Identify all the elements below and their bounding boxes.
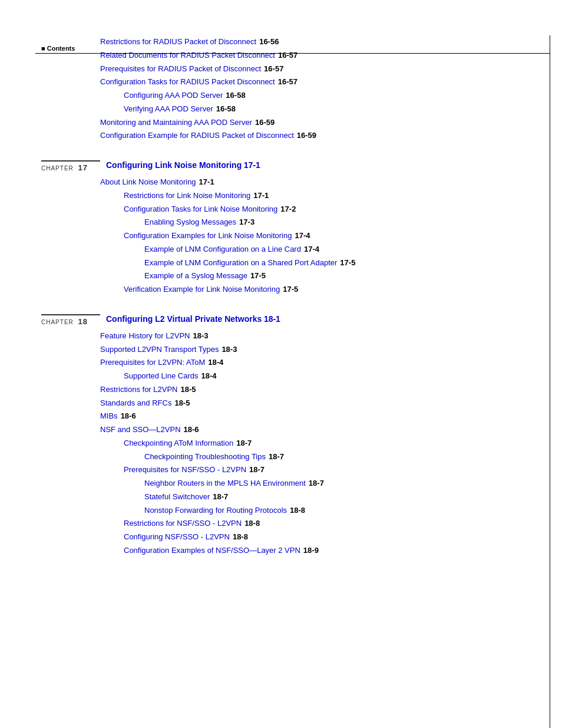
toc-entry: Configuration Examples for Link Noise Mo… <box>41 229 538 243</box>
toc-link[interactable]: Standards and RFCs <box>100 397 171 410</box>
toc-entry: Example of a Syslog Message 17-5 <box>41 269 538 283</box>
page-number: 17-2 <box>280 203 296 216</box>
toc-link[interactable]: Restrictions for Link Noise Monitoring <box>124 189 250 203</box>
page-number: 18-7 <box>249 463 265 477</box>
toc-link[interactable]: Configuration Tasks for Link Noise Monit… <box>124 203 277 216</box>
toc-entry: MIBs 18-6 <box>41 410 538 423</box>
toc-link[interactable]: Configuring NSF/SSO - L2VPN <box>124 531 230 544</box>
toc-link[interactable]: MIBs <box>100 410 118 423</box>
page-number: 16-57 <box>278 49 297 62</box>
toc-entry: Restrictions for RADIUS Packet of Discon… <box>41 35 538 49</box>
toc-link[interactable]: Enabling Syslog Messages <box>144 216 236 229</box>
toc-link[interactable]: Supported L2VPN Transport Types <box>100 343 219 357</box>
toc-link[interactable]: Configuration Example for RADIUS Packet … <box>100 129 294 143</box>
toc-link[interactable]: Prerequisites for NSF/SSO - L2VPN <box>124 463 246 477</box>
page-number: 16-58 <box>216 103 236 116</box>
page-number: 18-6 <box>184 423 199 437</box>
toc-link[interactable]: Checkpointing AToM Information <box>124 437 233 450</box>
toc-entry: Configuration Tasks for Link Noise Monit… <box>41 203 538 216</box>
top-border <box>35 53 550 54</box>
toc-link[interactable]: Prerequisites for RADIUS Packet of Disco… <box>100 62 261 76</box>
toc-link[interactable]: Example of LNM Configuration on a Shared… <box>144 256 337 270</box>
toc-entry: Prerequisites for RADIUS Packet of Disco… <box>41 62 538 76</box>
toc-entry: Standards and RFCs 18-5 <box>41 397 538 410</box>
toc-link[interactable]: Stateful Switchover <box>144 490 210 504</box>
toc-entry: Prerequisites for NSF/SSO - L2VPN 18-7 <box>41 463 538 477</box>
toc-link[interactable]: Configuration Tasks for RADIUS Packet Di… <box>100 75 275 89</box>
toc-link[interactable]: Restrictions for NSF/SSO - L2VPN <box>124 517 242 531</box>
page-number: 18-8 <box>233 531 248 544</box>
page-number: 18-8 <box>244 517 260 531</box>
page-number: 17-1 <box>199 176 214 189</box>
page-number: 18-6 <box>121 410 136 423</box>
chapter-number: 17 <box>78 163 88 172</box>
chapter17-header: Chapter 17 Configuring Link Noise Monito… <box>41 160 538 172</box>
toc-link[interactable]: Verification Example for Link Noise Moni… <box>124 283 280 297</box>
chapter18-page: 18-1 <box>264 314 280 324</box>
toc-entry: Enabling Syslog Messages 17-3 <box>41 216 538 229</box>
toc-link[interactable]: Example of LNM Configuration on a Line C… <box>144 243 301 256</box>
page-number: 18-4 <box>208 356 223 370</box>
chapter-label: Chapter 17 <box>41 160 100 172</box>
toc-link[interactable]: Supported Line Cards <box>124 370 198 383</box>
page-number: 18-4 <box>201 370 216 383</box>
toc-link[interactable]: Prerequisites for L2VPN: AToM <box>100 356 205 370</box>
chapter17-title[interactable]: Configuring Link Noise Monitoring <box>106 160 242 170</box>
toc-link[interactable]: Checkpointing Troubleshooting Tips <box>144 450 266 464</box>
page-number: 17-4 <box>304 243 319 256</box>
toc-link[interactable]: Configuring AAA POD Server <box>124 89 223 103</box>
chapter18-entries: Feature History for L2VPN 18-3 Supported… <box>41 330 538 558</box>
toc-entry: Restrictions for Link Noise Monitoring 1… <box>41 189 538 203</box>
toc-entry: Nonstop Forwarding for Routing Protocols… <box>41 504 538 518</box>
chapter-number: 18 <box>78 317 88 326</box>
page-number: 18-5 <box>181 383 196 397</box>
toc-link[interactable]: Monitoring and Maintaining AAA POD Serve… <box>100 116 252 130</box>
page-number: 16-56 <box>259 35 279 49</box>
page-number: 17-1 <box>253 189 269 203</box>
toc-entry: Supported Line Cards 18-4 <box>41 370 538 383</box>
toc-entry: NSF and SSO—L2VPN 18-6 <box>41 423 538 437</box>
toc-entry: About Link Noise Monitoring 17-1 <box>41 176 538 189</box>
toc-link[interactable]: Related Documents for RADIUS Packet Disc… <box>100 49 275 62</box>
toc-entry: Configuration Example for RADIUS Packet … <box>41 129 538 143</box>
toc-entry: Verifying AAA POD Server 16-58 <box>41 103 538 116</box>
page-number: 16-58 <box>226 89 245 103</box>
toc-link[interactable]: About Link Noise Monitoring <box>100 176 196 189</box>
toc-entry: Configuring AAA POD Server 16-58 <box>41 89 538 103</box>
page-number: 17-5 <box>283 283 298 297</box>
toc-link[interactable]: Neighbor Routers in the MPLS HA Environm… <box>144 477 306 490</box>
page-number: 17-5 <box>340 256 355 270</box>
page-number: 18-7 <box>213 490 228 504</box>
toc-link[interactable]: Feature History for L2VPN <box>100 330 190 343</box>
page-number: 18-5 <box>174 397 190 410</box>
toc-link[interactable]: NSF and SSO—L2VPN <box>100 423 181 437</box>
toc-link[interactable]: Configuration Examples of NSF/SSO—Layer … <box>124 544 300 558</box>
chapter16-continuation: Restrictions for RADIUS Packet of Discon… <box>41 35 538 143</box>
toc-entry: Feature History for L2VPN 18-3 <box>41 330 538 343</box>
toc-entry: Supported L2VPN Transport Types 18-3 <box>41 343 538 357</box>
toc-entry: Related Documents for RADIUS Packet Disc… <box>41 49 538 62</box>
toc-link[interactable]: Restrictions for L2VPN <box>100 383 178 397</box>
page-number: 18-7 <box>309 477 324 490</box>
page-number: 18-9 <box>303 544 319 558</box>
page-number: 16-57 <box>278 75 297 89</box>
toc-entry: Configuration Examples of NSF/SSO—Layer … <box>41 544 538 558</box>
toc-entry: Checkpointing AToM Information 18-7 <box>41 437 538 450</box>
toc-entry: Restrictions for L2VPN 18-5 <box>41 383 538 397</box>
chapter18-header: Chapter 18 Configuring L2 Virtual Privat… <box>41 314 538 326</box>
toc-link[interactable]: Configuration Examples for Link Noise Mo… <box>124 229 292 243</box>
toc-entry: Verification Example for Link Noise Moni… <box>41 283 538 297</box>
toc-entry: Configuring NSF/SSO - L2VPN 18-8 <box>41 531 538 544</box>
toc-link[interactable]: Restrictions for RADIUS Packet of Discon… <box>100 35 256 49</box>
toc-link[interactable]: Example of a Syslog Message <box>144 269 247 283</box>
toc-link[interactable]: Verifying AAA POD Server <box>124 103 213 116</box>
toc-entry: Stateful Switchover 18-7 <box>41 490 538 504</box>
toc-link[interactable]: Nonstop Forwarding for Routing Protocols <box>144 504 287 518</box>
page-number: 17-3 <box>239 216 254 229</box>
toc-entry: Example of LNM Configuration on a Shared… <box>41 256 538 270</box>
page-number: 16-59 <box>255 116 275 130</box>
chapter18-title[interactable]: Configuring L2 Virtual Private Networks <box>106 314 262 324</box>
page-number: 16-57 <box>264 62 283 76</box>
chapter-label: Chapter 18 <box>41 314 100 326</box>
right-border <box>550 35 550 728</box>
